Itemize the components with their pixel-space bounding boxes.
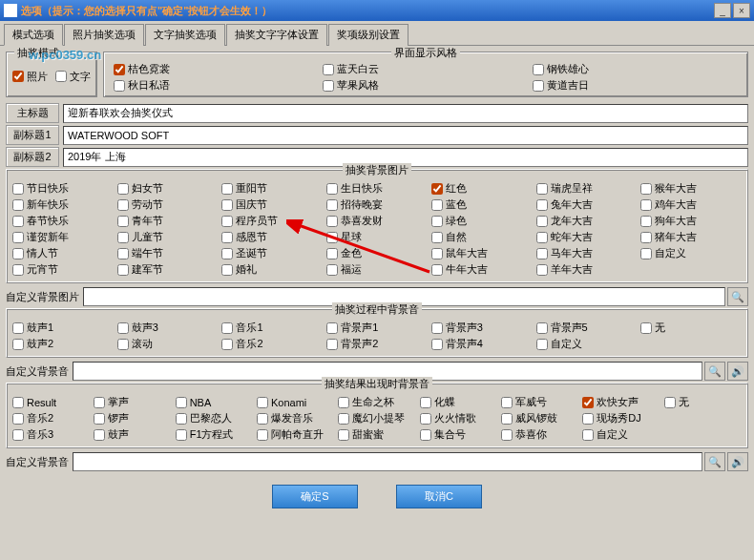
checkbox-option[interactable]: 狗年大吉 bbox=[640, 214, 742, 228]
checkbox-option[interactable]: 背景声2 bbox=[326, 337, 428, 351]
checkbox-option[interactable]: 音乐1 bbox=[221, 321, 323, 335]
checkbox-option[interactable]: 无 bbox=[640, 321, 742, 335]
checkbox-option[interactable]: 现场秀DJ bbox=[582, 411, 660, 425]
checkbox-option[interactable]: 鼓声2 bbox=[12, 337, 114, 351]
checkbox-option[interactable]: 背景声1 bbox=[326, 321, 428, 335]
checkbox-option[interactable]: 国庆节 bbox=[221, 197, 323, 212]
checkbox-option[interactable]: 龙年大吉 bbox=[536, 214, 638, 228]
search-icon[interactable]: 🔍 bbox=[727, 287, 748, 306]
checkbox-option[interactable]: 恭喜发财 bbox=[326, 214, 428, 228]
checkbox-option[interactable]: 自定义 bbox=[582, 427, 660, 442]
search-icon[interactable]: 🔍 bbox=[704, 452, 725, 471]
style-opt[interactable]: 蓝天白云 bbox=[323, 62, 528, 76]
checkbox-option[interactable]: 猪年大吉 bbox=[640, 230, 742, 244]
checkbox-option[interactable]: 火火情歌 bbox=[420, 411, 497, 425]
checkbox-option[interactable]: 绿色 bbox=[431, 214, 533, 228]
checkbox-option[interactable]: 元宵节 bbox=[12, 262, 114, 277]
close-button[interactable]: × bbox=[733, 3, 750, 18]
cancel-button[interactable]: 取消C bbox=[396, 485, 482, 508]
checkbox-option[interactable]: 背景声3 bbox=[431, 321, 533, 335]
checkbox-option[interactable]: 重阳节 bbox=[221, 181, 323, 196]
checkbox-option[interactable]: 自然 bbox=[431, 230, 533, 244]
checkbox-option[interactable]: 背景声4 bbox=[431, 337, 533, 351]
checkbox-option[interactable]: 巴黎恋人 bbox=[176, 411, 253, 425]
checkbox-option[interactable]: 谨贺新年 bbox=[12, 230, 114, 244]
mode-text[interactable]: 文字 bbox=[55, 60, 91, 93]
checkbox-option[interactable]: 集合号 bbox=[420, 427, 497, 442]
checkbox-option[interactable]: 端午节 bbox=[117, 246, 219, 260]
search-icon[interactable]: 🔍 bbox=[704, 362, 725, 381]
tab-mode[interactable]: 模式选项 bbox=[4, 24, 63, 46]
checkbox-option[interactable]: 儿童节 bbox=[117, 230, 219, 244]
checkbox-option[interactable]: 甜蜜蜜 bbox=[338, 427, 415, 442]
checkbox-option[interactable]: 欢快女声 bbox=[582, 395, 660, 409]
checkbox-option[interactable]: 妇女节 bbox=[117, 181, 219, 196]
style-opt[interactable]: 苹果风格 bbox=[323, 78, 528, 93]
checkbox-option[interactable]: 猴年大吉 bbox=[640, 181, 742, 196]
checkbox-option[interactable]: 音乐2 bbox=[12, 411, 90, 425]
checkbox-option[interactable]: 青年节 bbox=[117, 214, 219, 228]
checkbox-option[interactable]: 滚动 bbox=[117, 337, 219, 351]
checkbox-option[interactable]: 生日快乐 bbox=[326, 181, 428, 196]
checkbox-option[interactable]: 鸡年大吉 bbox=[640, 197, 742, 212]
checkbox-option[interactable]: 生命之杯 bbox=[338, 395, 415, 409]
checkbox-option[interactable]: 劳动节 bbox=[117, 197, 219, 212]
checkbox-option[interactable]: 阿帕奇直升 bbox=[257, 427, 334, 442]
checkbox-option[interactable]: 锣声 bbox=[94, 411, 171, 425]
checkbox-option[interactable]: 福运 bbox=[326, 262, 428, 277]
checkbox-option[interactable]: 自定义 bbox=[536, 337, 638, 351]
checkbox-option[interactable]: 威风锣鼓 bbox=[501, 411, 578, 425]
checkbox-option[interactable]: 婚礼 bbox=[221, 262, 323, 277]
main-title-input[interactable] bbox=[63, 104, 748, 123]
checkbox-option[interactable]: 鼠年大吉 bbox=[431, 246, 533, 260]
checkbox-option[interactable]: 爆发音乐 bbox=[257, 411, 334, 425]
checkbox-option[interactable]: 情人节 bbox=[12, 246, 114, 260]
custom-bgm2-input[interactable] bbox=[73, 452, 702, 471]
checkbox-option[interactable]: F1方程式 bbox=[176, 427, 253, 442]
checkbox-option[interactable]: 背景声5 bbox=[536, 321, 638, 335]
checkbox-option[interactable]: 恭喜你 bbox=[501, 427, 578, 442]
checkbox-option[interactable]: 掌声 bbox=[94, 395, 171, 409]
mode-photo[interactable]: 照片 bbox=[12, 60, 48, 93]
checkbox-option[interactable]: 音乐3 bbox=[12, 427, 90, 442]
tab-text[interactable]: 文字抽奖选项 bbox=[145, 24, 225, 46]
tab-font[interactable]: 抽奖文字字体设置 bbox=[226, 24, 327, 46]
checkbox-option[interactable]: 军威号 bbox=[501, 395, 578, 409]
checkbox-option[interactable]: 圣诞节 bbox=[221, 246, 323, 260]
checkbox-option[interactable]: 兔年大吉 bbox=[536, 197, 638, 212]
speaker-icon[interactable]: 🔊 bbox=[727, 452, 748, 471]
checkbox-option[interactable]: Konami bbox=[257, 395, 334, 409]
checkbox-option[interactable]: 建军节 bbox=[117, 262, 219, 277]
checkbox-option[interactable]: 红色 bbox=[431, 181, 533, 196]
checkbox-option[interactable]: 魔幻小提琴 bbox=[338, 411, 415, 425]
checkbox-option[interactable]: 金色 bbox=[326, 246, 428, 260]
ok-button[interactable]: 确定S bbox=[272, 485, 358, 508]
checkbox-option[interactable]: Result bbox=[12, 395, 90, 409]
checkbox-option[interactable]: 瑞虎呈祥 bbox=[536, 181, 638, 196]
checkbox-option[interactable]: NBA bbox=[176, 395, 253, 409]
checkbox-option[interactable]: 化蝶 bbox=[420, 395, 497, 409]
checkbox-option[interactable]: 感恩节 bbox=[221, 230, 323, 244]
checkbox-option[interactable]: 自定义 bbox=[640, 246, 742, 260]
checkbox-option[interactable]: 鼓声3 bbox=[117, 321, 219, 335]
tab-prize[interactable]: 奖项级别设置 bbox=[328, 24, 408, 46]
tab-photo[interactable]: 照片抽奖选项 bbox=[64, 24, 144, 46]
checkbox-option[interactable]: 星球 bbox=[326, 230, 428, 244]
checkbox-option[interactable]: 无 bbox=[664, 395, 742, 409]
style-opt[interactable]: 钢铁雄心 bbox=[533, 62, 738, 76]
sub1-input[interactable] bbox=[63, 126, 748, 145]
checkbox-option[interactable]: 马年大吉 bbox=[536, 246, 638, 260]
checkbox-option[interactable]: 新年快乐 bbox=[12, 197, 114, 212]
speaker-icon[interactable]: 🔊 bbox=[727, 362, 748, 381]
checkbox-option[interactable]: 节日快乐 bbox=[12, 181, 114, 196]
minimize-button[interactable]: _ bbox=[714, 3, 731, 18]
checkbox-option[interactable]: 音乐2 bbox=[221, 337, 323, 351]
style-opt[interactable]: 秋日私语 bbox=[114, 78, 319, 93]
checkbox-option[interactable]: 鼓声1 bbox=[12, 321, 114, 335]
checkbox-option[interactable]: 蛇年大吉 bbox=[536, 230, 638, 244]
style-opt[interactable]: 桔色霓裳 bbox=[114, 62, 319, 76]
checkbox-option[interactable]: 羊年大吉 bbox=[536, 262, 638, 277]
checkbox-option[interactable]: 蓝色 bbox=[431, 197, 533, 212]
checkbox-option[interactable]: 招待晚宴 bbox=[326, 197, 428, 212]
checkbox-option[interactable]: 牛年大吉 bbox=[431, 262, 533, 277]
